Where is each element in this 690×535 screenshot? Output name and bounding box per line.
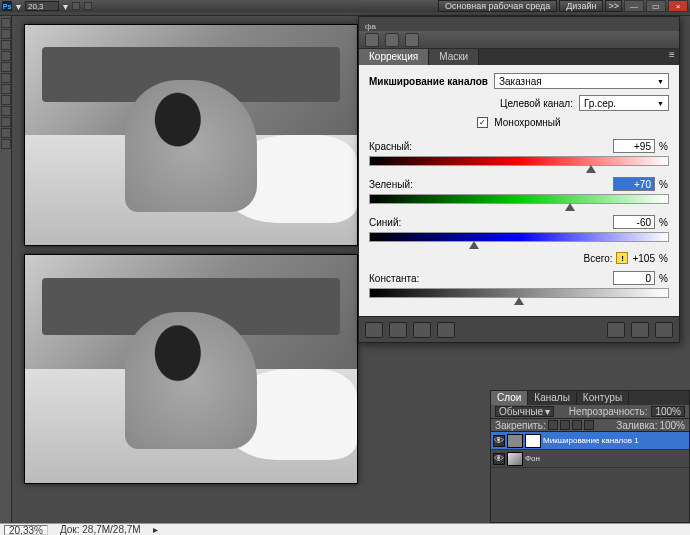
- constant-slider-track[interactable]: [369, 288, 669, 298]
- adjustment-panel: фа Коррекция Маски ≡ Микширование канало…: [358, 16, 680, 343]
- crop-tool[interactable]: [1, 62, 11, 72]
- footer-eye-icon[interactable]: [437, 322, 455, 338]
- output-row: Целевой канал: Гр.сер. ▼: [369, 95, 669, 111]
- warning-icon: !: [616, 252, 628, 264]
- caret-icon: ▼: [657, 100, 664, 107]
- wand-tool[interactable]: [1, 51, 11, 61]
- lock-pixels-icon[interactable]: [560, 420, 570, 430]
- blue-slider-thumb[interactable]: [469, 241, 479, 249]
- close-button[interactable]: ×: [668, 0, 688, 12]
- marquee-tool[interactable]: [1, 29, 11, 39]
- zoom-input[interactable]: [25, 1, 59, 11]
- red-slider-track[interactable]: [369, 156, 669, 166]
- red-input[interactable]: [613, 139, 655, 153]
- statusbar: 20,33% Док: 28,7М/28,7М ▸: [0, 523, 690, 535]
- panel-menu-icon[interactable]: ≡: [665, 49, 679, 65]
- document-photo-before[interactable]: [24, 24, 358, 246]
- layers-panel: Слои Каналы Контуры Обычные▾ Непрозрачно…: [490, 390, 690, 523]
- preset-dropdown[interactable]: Заказная ▼: [494, 73, 669, 89]
- opacity-input[interactable]: 100%: [651, 406, 685, 417]
- lock-transparent-icon[interactable]: [548, 420, 558, 430]
- brush-tool[interactable]: [1, 84, 11, 94]
- footer-reset-icon[interactable]: [631, 322, 649, 338]
- text-tool[interactable]: [1, 128, 11, 138]
- panel-footer: [359, 316, 679, 342]
- toolbox: [0, 16, 12, 535]
- lock-label: Закрепить:: [495, 420, 546, 431]
- blend-mode-dropdown[interactable]: Обычные▾: [495, 406, 554, 417]
- lock-position-icon[interactable]: [572, 420, 582, 430]
- blue-input[interactable]: [613, 215, 655, 229]
- lock-all-icon[interactable]: [584, 420, 594, 430]
- stamp-tool[interactable]: [1, 95, 11, 105]
- visibility-icon[interactable]: 👁: [493, 435, 505, 447]
- panel-header-label: фа: [359, 22, 382, 31]
- preset-icon-3[interactable]: [405, 33, 419, 47]
- visibility-icon[interactable]: 👁: [493, 453, 505, 465]
- red-label: Красный:: [369, 141, 412, 152]
- panel-titlebar[interactable]: фа: [359, 17, 679, 31]
- footer-clip-icon[interactable]: [413, 322, 431, 338]
- percent-label: %: [659, 273, 669, 284]
- workspace-chevrons[interactable]: >>: [605, 0, 622, 12]
- blue-slider-group: Синий: %: [369, 214, 669, 242]
- panel-tabs: Коррекция Маски ≡: [359, 49, 679, 65]
- monochrome-checkbox[interactable]: ✓: [477, 117, 488, 128]
- layer-thumb: [507, 452, 523, 466]
- maximize-button[interactable]: ▭: [646, 0, 666, 12]
- move-tool[interactable]: [1, 18, 11, 28]
- green-input[interactable]: [613, 177, 655, 191]
- constant-input[interactable]: [613, 271, 655, 285]
- footer-expand-icon[interactable]: [389, 322, 407, 338]
- layer-row[interactable]: 👁 Фон: [491, 450, 689, 468]
- fill-input[interactable]: 100%: [659, 420, 685, 431]
- tab-paths[interactable]: Контуры: [577, 391, 629, 405]
- layer-options-row: Обычные▾ Непрозрачность: 100%: [491, 405, 689, 419]
- workspace-design-button[interactable]: Дизайн: [559, 0, 603, 12]
- mono-row: ✓ Монохромный: [369, 117, 669, 128]
- footer-trash-icon[interactable]: [655, 322, 673, 338]
- app-icon: Ps: [2, 1, 12, 11]
- tab-masks[interactable]: Маски: [429, 49, 479, 65]
- green-slider-track[interactable]: [369, 194, 669, 204]
- blue-slider-track[interactable]: [369, 232, 669, 242]
- footer-prev-icon[interactable]: [607, 322, 625, 338]
- green-label: Зеленый:: [369, 179, 413, 190]
- total-label: Всего:: [583, 253, 612, 264]
- preset-icon-1[interactable]: [365, 33, 379, 47]
- green-slider-group: Зеленый: %: [369, 176, 669, 204]
- hand-tool-indicator[interactable]: [72, 2, 80, 10]
- layer-row[interactable]: 👁 Микширование каналов 1: [491, 432, 689, 450]
- footer-back-icon[interactable]: [365, 322, 383, 338]
- constant-slider-thumb[interactable]: [514, 297, 524, 305]
- view-tool-indicator[interactable]: [84, 2, 92, 10]
- mask-thumb: [525, 434, 541, 448]
- tab-correction[interactable]: Коррекция: [359, 49, 429, 65]
- eraser-tool[interactable]: [1, 106, 11, 116]
- tab-channels[interactable]: Каналы: [528, 391, 577, 405]
- red-slider-thumb[interactable]: [586, 165, 596, 173]
- status-caret-icon[interactable]: ▸: [153, 524, 158, 535]
- lasso-tool[interactable]: [1, 40, 11, 50]
- zoom-dropdown-caret[interactable]: ▾: [63, 1, 68, 12]
- eyedropper-tool[interactable]: [1, 73, 11, 83]
- preset-icon-2[interactable]: [385, 33, 399, 47]
- tab-layers[interactable]: Слои: [491, 391, 528, 405]
- red-slider-group: Красный: %: [369, 138, 669, 166]
- shape-tool[interactable]: [1, 139, 11, 149]
- constant-slider-group: Константа: %: [369, 270, 669, 298]
- workspace-main-button[interactable]: Основная рабочая среда: [438, 0, 557, 12]
- minimize-button[interactable]: —: [624, 0, 644, 12]
- constant-label: Константа:: [369, 273, 419, 284]
- lock-row: Закрепить: Заливка: 100%: [491, 419, 689, 432]
- output-dropdown[interactable]: Гр.сер. ▼: [579, 95, 669, 111]
- document-photo-after[interactable]: [24, 254, 358, 484]
- green-slider-thumb[interactable]: [565, 203, 575, 211]
- blue-label: Синий:: [369, 217, 401, 228]
- percent-label: %: [659, 217, 669, 228]
- status-zoom[interactable]: 20,33%: [4, 525, 48, 535]
- gradient-tool[interactable]: [1, 117, 11, 127]
- monochrome-label: Монохромный: [494, 117, 560, 128]
- preset-value: Заказная: [499, 76, 542, 87]
- preset-row: Микширование каналов Заказная ▼: [369, 73, 669, 89]
